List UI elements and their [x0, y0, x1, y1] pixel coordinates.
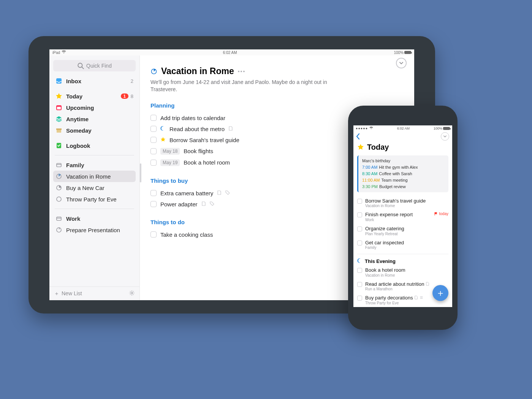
sidebar-project-vacation[interactable]: Vacation in Rome	[53, 171, 136, 182]
task-project: Plan Yearly Retreat	[365, 232, 404, 236]
sidebar-someday[interactable]: Someday	[53, 125, 136, 136]
sidebar-label: Buy a New Car	[66, 185, 104, 191]
scroll-indicator[interactable]	[140, 163, 141, 182]
checkbox[interactable]	[150, 190, 157, 196]
date-chip: May 19	[160, 159, 180, 166]
sidebar-label: Work	[66, 215, 80, 222]
checkbox[interactable]	[357, 241, 362, 245]
checkbox[interactable]	[150, 148, 157, 154]
area-icon	[55, 162, 62, 168]
svg-rect-4	[57, 107, 61, 109]
checkbox[interactable]	[357, 199, 362, 204]
task-row[interactable]: Organize cateringPlan Yearly Retreat	[353, 224, 452, 238]
quick-find[interactable]: Quick Find	[53, 60, 136, 71]
task-project: Vacation in Rome	[365, 273, 405, 277]
sidebar-upcoming[interactable]: Upcoming	[53, 102, 136, 113]
task-project: Family	[365, 245, 404, 250]
checkbox[interactable]	[150, 137, 157, 143]
collapse-button[interactable]	[441, 132, 449, 141]
sidebar-project-car[interactable]: Buy a New Car	[53, 182, 136, 193]
calendar-events[interactable]: Marc's birthday 7:00 AMHit the gym with …	[357, 155, 448, 192]
wifi-icon	[369, 126, 373, 130]
ipad-statusbar: iPad 6:02 AM 100%	[49, 49, 414, 55]
sidebar-anytime[interactable]: Anytime	[53, 113, 136, 125]
calendar-entry: 11:00 AMTeam meeting	[362, 177, 445, 184]
task-title: Book a hotel room	[365, 267, 405, 273]
battery-percent: 100%	[434, 127, 442, 130]
task-row[interactable]: Borrow Sarah's travel guideVacation in R…	[353, 196, 452, 210]
sidebar-label: Throw Party for Eve	[66, 196, 117, 203]
sidebar-today[interactable]: Today 1 8	[53, 90, 136, 102]
calendar-entry: 8:30 AMCoffee with Sarah	[362, 171, 445, 177]
divider	[55, 155, 134, 155]
checkbox[interactable]	[150, 231, 157, 238]
deadline-flag: today	[434, 212, 448, 216]
svg-point-14	[131, 292, 133, 294]
tag-indicator-icon	[210, 201, 214, 207]
sidebar-footer: ＋New List	[49, 287, 139, 300]
new-list-button[interactable]: ＋New List	[54, 290, 82, 297]
add-task-fab[interactable]: ＋	[432, 285, 448, 301]
svg-rect-8	[57, 163, 61, 167]
iphone-device: ●●●●● 6:02 AM 100% Today M	[348, 106, 458, 330]
project-progress-icon	[55, 226, 62, 233]
project-progress-icon	[55, 184, 62, 191]
iphone-screen: ●●●●● 6:02 AM 100% Today M	[353, 125, 452, 307]
task-title: Book flights	[184, 148, 213, 154]
wifi-icon	[62, 50, 66, 55]
tag-indicator-icon	[225, 190, 230, 196]
sidebar-logbook[interactable]: Logbook	[53, 140, 136, 151]
checklist-indicator-icon	[420, 295, 423, 301]
area-icon	[55, 215, 62, 222]
checkbox[interactable]	[357, 226, 362, 231]
checkbox[interactable]	[357, 268, 362, 273]
sidebar-label: Inbox	[66, 78, 81, 84]
sidebar-label: Upcoming	[66, 104, 94, 111]
sidebar-area-work[interactable]: Work	[53, 213, 136, 224]
more-menu-icon[interactable]: •••	[238, 68, 246, 74]
moon-icon	[357, 258, 363, 264]
collapse-button[interactable]	[396, 58, 407, 68]
checkbox[interactable]	[150, 201, 157, 207]
task-title: Read article about nutrition	[365, 281, 429, 287]
checkbox[interactable]	[357, 212, 362, 217]
note-indicator-icon	[426, 282, 429, 287]
note-indicator-icon	[228, 126, 233, 132]
clock: 6:02 AM	[66, 51, 394, 55]
sidebar-label: Anytime	[66, 116, 89, 122]
moon-icon	[160, 126, 166, 132]
sidebar-project-presentation[interactable]: Prepare Presentation	[53, 224, 136, 236]
signal-dots-icon: ●●●●●	[356, 127, 368, 130]
task-row[interactable]: Book a hotel roomVacation in Rome	[353, 265, 452, 279]
note-indicator-icon	[414, 295, 418, 301]
task-title: Read about the metro	[169, 126, 225, 132]
sidebar-inbox[interactable]: Inbox 2	[53, 75, 136, 87]
checkbox[interactable]	[150, 160, 157, 166]
project-notes[interactable]: We'll go from June 14-22 and visit Jane …	[150, 79, 348, 93]
task-row[interactable]: Get car inspectedFamily	[353, 238, 452, 252]
settings-icon[interactable]	[129, 290, 135, 297]
checkbox[interactable]	[357, 282, 362, 287]
checkbox[interactable]	[357, 296, 362, 301]
task-project: Throw Party for Eve	[365, 301, 423, 305]
task-title: Book a hotel room	[184, 159, 230, 166]
project-title[interactable]: Vacation in Rome	[161, 66, 234, 76]
sidebar-label: Vacation in Rome	[66, 173, 111, 180]
this-evening-heading[interactable]: This Evening	[353, 256, 452, 265]
battery-percent: 100%	[394, 51, 404, 55]
sidebar-area-family[interactable]: Family	[53, 159, 136, 171]
checkbox[interactable]	[150, 115, 157, 121]
divider	[55, 209, 134, 209]
checkbox[interactable]	[150, 126, 157, 132]
sidebar-project-party[interactable]: Throw Party for Eve	[53, 193, 136, 205]
back-button[interactable]	[356, 133, 360, 142]
calendar-icon	[55, 104, 62, 111]
task-row[interactable]: Finish expense reportWork today	[353, 210, 452, 224]
task-project: Vacation in Rome	[365, 204, 426, 208]
sidebar-label: Prepare Presentation	[66, 227, 120, 233]
sidebar-label: Logbook	[66, 142, 90, 149]
heading-label: This Evening	[365, 258, 396, 264]
star-icon	[160, 137, 166, 143]
device-label: iPad	[52, 51, 60, 55]
svg-rect-2	[56, 78, 62, 84]
